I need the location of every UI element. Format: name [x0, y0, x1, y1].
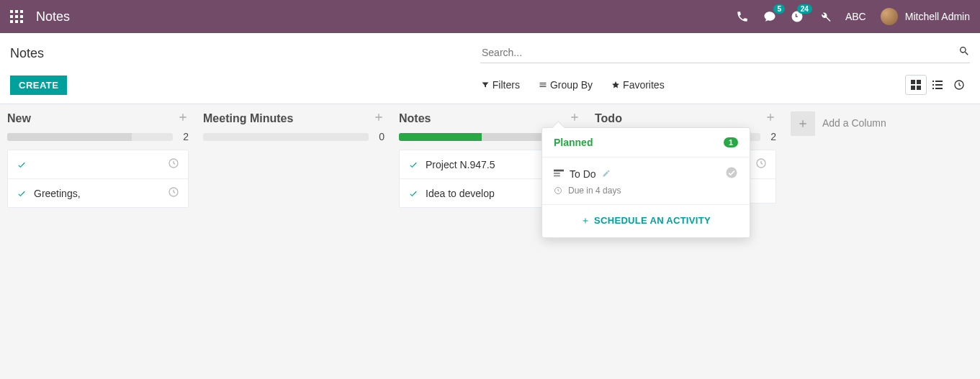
schedule-activity-button[interactable]: SCHEDULE AN ACTIVITY	[581, 215, 711, 226]
svg-rect-0	[10, 10, 13, 13]
app-title[interactable]: Notes	[36, 9, 70, 24]
search-input[interactable]	[480, 44, 958, 61]
svg-rect-16	[935, 84, 943, 86]
column-header: New	[7, 111, 189, 125]
view-list-button[interactable]	[927, 75, 948, 95]
tools-icon[interactable]	[818, 10, 831, 23]
topbar-left: Notes	[10, 9, 70, 24]
add-column-label[interactable]: Add a Column	[822, 111, 886, 129]
activity-popover: Planned 1 To Do Due in 4 days SCHE	[541, 127, 750, 238]
cp-bottom: CREATE Filters Group By Favorites	[0, 68, 980, 104]
column-progress-bar	[203, 133, 369, 141]
popover-header-badge: 1	[724, 137, 738, 147]
column-header: Meeting Minutes	[203, 111, 385, 125]
breadcrumb: Notes	[10, 46, 44, 61]
user-name: Mitchell Admin	[905, 11, 970, 22]
todo-list-icon	[554, 168, 564, 180]
svg-rect-10	[917, 80, 921, 84]
apps-icon[interactable]	[10, 10, 23, 23]
popover-body: To Do Due in 4 days	[542, 157, 750, 205]
svg-rect-17	[932, 88, 934, 89]
company-switch[interactable]: ABC	[845, 11, 866, 22]
svg-rect-11	[911, 86, 915, 90]
svg-rect-4	[15, 15, 18, 18]
column-add-icon[interactable]	[569, 111, 580, 125]
svg-rect-13	[932, 81, 934, 82]
column-add-icon[interactable]	[177, 111, 189, 125]
check-icon	[408, 160, 418, 170]
filters-button[interactable]: Filters	[481, 79, 520, 91]
check-icon	[17, 160, 27, 170]
progress-seg-green[interactable]	[399, 133, 482, 141]
done-check-icon[interactable]	[725, 166, 738, 181]
add-column-button[interactable]	[791, 111, 815, 136]
topbar-right: 5 24 ABC Mitchell Admin	[736, 8, 970, 25]
column-title[interactable]: Meeting Minutes	[203, 112, 293, 125]
user-menu[interactable]: Mitchell Admin	[881, 8, 970, 25]
chat-badge: 5	[773, 4, 785, 14]
filters-label: Filters	[493, 79, 520, 91]
popover-header-title: Planned	[554, 137, 593, 148]
svg-rect-1	[15, 10, 18, 13]
column-add-icon[interactable]	[765, 111, 776, 125]
column-count: 2	[180, 131, 189, 142]
kanban-board: New 2 Greetings, Meeting Minutes	[0, 104, 980, 379]
column-title[interactable]: New	[7, 112, 31, 125]
check-icon	[17, 188, 27, 198]
groupby-label: Group By	[550, 79, 593, 91]
svg-rect-8	[20, 20, 23, 23]
column-title[interactable]: Todo	[595, 112, 622, 125]
popover-footer: SCHEDULE AN ACTIVITY	[542, 205, 750, 237]
column-notes: Notes 2 Project N.947.5 Idea to develop	[392, 104, 588, 379]
svg-rect-6	[10, 20, 13, 23]
groupby-button[interactable]: Group By	[539, 79, 593, 91]
view-activity-button[interactable]	[948, 75, 970, 95]
column-count: 2	[768, 131, 776, 142]
topbar: Notes 5 24 ABC Mitchell Admin	[0, 0, 980, 33]
favorites-button[interactable]: Favorites	[611, 79, 665, 91]
popover-item-title: To Do	[570, 168, 596, 180]
edit-icon[interactable]	[602, 168, 611, 180]
add-column: Add a Column	[783, 104, 927, 379]
popover-due-text: Due in 4 days	[568, 186, 621, 196]
popover-header: Planned 1	[542, 128, 750, 157]
svg-rect-15	[932, 84, 934, 86]
svg-rect-9	[911, 80, 915, 84]
search-icon[interactable]	[958, 45, 970, 59]
card-title: Idea to develop	[426, 188, 552, 199]
kanban-card[interactable]: Greetings,	[7, 150, 189, 208]
filters-group: Filters Group By Favorites	[294, 79, 665, 91]
column-title[interactable]: Notes	[399, 112, 431, 125]
clock-icon[interactable]	[755, 157, 767, 171]
view-switcher	[905, 75, 970, 95]
clock-icon[interactable]	[168, 186, 179, 200]
clock-icon[interactable]	[168, 157, 179, 171]
cp-top: Notes	[0, 33, 980, 68]
popover-item[interactable]: To Do	[554, 166, 738, 181]
card-title: Greetings,	[34, 188, 161, 199]
phone-icon[interactable]	[736, 10, 749, 23]
schedule-activity-label: SCHEDULE AN ACTIVITY	[594, 215, 711, 226]
svg-rect-18	[935, 88, 943, 89]
control-panel: Notes CREATE Filters Group By Favorites	[0, 33, 980, 104]
svg-rect-2	[20, 10, 23, 13]
column-progress-bar	[399, 133, 565, 141]
view-kanban-button[interactable]	[905, 75, 927, 95]
svg-rect-26	[554, 175, 560, 176]
svg-rect-24	[554, 169, 564, 171]
chat-icon[interactable]: 5	[763, 10, 776, 23]
column-meeting-minutes: Meeting Minutes 0	[196, 104, 392, 379]
svg-rect-5	[20, 15, 23, 18]
svg-point-27	[727, 168, 737, 178]
activity-clock-icon[interactable]: 24	[791, 10, 804, 23]
column-header: Notes	[399, 111, 580, 125]
card-title: Project N.947.5	[426, 159, 552, 170]
avatar	[881, 8, 898, 25]
column-header: Todo	[595, 111, 776, 125]
svg-rect-12	[917, 86, 921, 90]
favorites-label: Favorites	[623, 79, 665, 91]
column-count: 0	[376, 131, 385, 142]
create-button[interactable]: CREATE	[10, 76, 67, 95]
popover-due-row: Due in 4 days	[554, 186, 738, 196]
column-add-icon[interactable]	[373, 111, 385, 125]
